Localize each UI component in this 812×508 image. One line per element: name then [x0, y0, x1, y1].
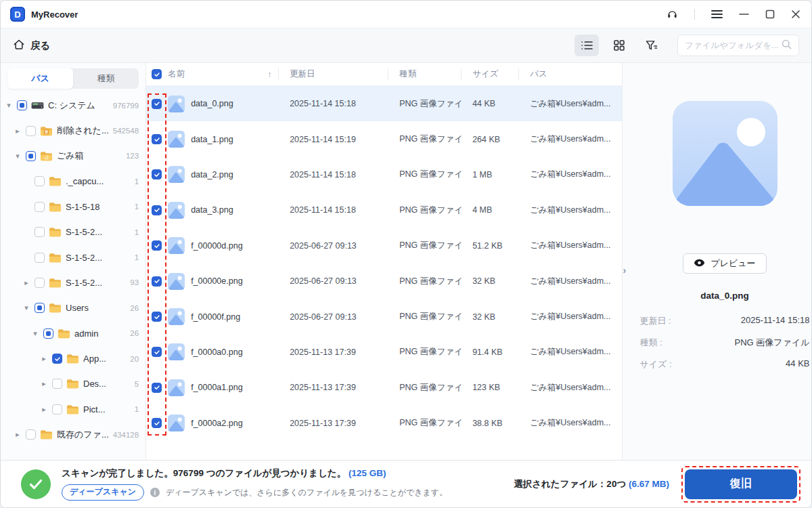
minimize-icon[interactable]	[739, 9, 749, 19]
tree-item[interactable]: ▸App...20	[1, 346, 145, 371]
table-row[interactable]: data_3.png2025-11-14 15:18PNG 画像ファイル4 MB…	[146, 192, 621, 228]
tree-item-count: 26	[130, 329, 139, 337]
row-checkbox[interactable]	[152, 240, 162, 251]
chevron-right-icon[interactable]: ▸	[14, 430, 22, 439]
table-row[interactable]: data_2.png2025-11-14 15:18PNG 画像ファイル1 MB…	[146, 157, 621, 192]
headset-support-icon[interactable]	[667, 9, 678, 20]
row-checkbox[interactable]	[152, 312, 162, 322]
select-all-checkbox[interactable]	[152, 69, 162, 79]
detail-row-date: 更新日 : 2025-11-14 15:18	[640, 315, 810, 327]
tree-item[interactable]: ▾Users26	[1, 295, 145, 320]
selection-label: 選択されたファイル：20つ	[514, 479, 626, 489]
menu-icon[interactable]	[711, 9, 723, 19]
row-checkbox[interactable]	[152, 418, 162, 428]
list-view-button[interactable]	[574, 35, 599, 56]
tree-checkbox[interactable]	[17, 100, 27, 110]
chevron-right-icon[interactable]: ▸	[14, 127, 22, 135]
file-date: 2025-06-27 09:13	[279, 241, 388, 251]
tree-checkbox[interactable]	[26, 429, 36, 440]
file-name-cell: f_00000e.png	[146, 273, 279, 290]
tree-checkbox[interactable]	[35, 202, 45, 212]
recover-button[interactable]: 復旧	[685, 469, 797, 499]
preview-button[interactable]: プレビュー	[683, 253, 766, 274]
row-checkbox[interactable]	[152, 99, 162, 109]
tree-item[interactable]: ▾admin26	[1, 321, 145, 346]
title-bar: D MyRecover	[1, 1, 811, 28]
sort-ascending-icon[interactable]: ↑	[267, 70, 271, 79]
collapse-panel-handle[interactable]: ›	[623, 265, 627, 276]
file-name: data_0.png	[191, 99, 233, 108]
column-header-size[interactable]: サイズ	[461, 68, 519, 81]
tab-path[interactable]: パス	[7, 68, 73, 89]
search-icon[interactable]	[782, 39, 792, 52]
table-row[interactable]: data_1.png2025-11-14 15:19PNG 画像ファイル264 …	[146, 121, 621, 156]
chevron-right-icon[interactable]: ▸	[22, 278, 30, 287]
row-checkbox[interactable]	[152, 134, 162, 144]
tree-item[interactable]: ▸Des...5	[1, 371, 145, 396]
chevron-right-icon[interactable]: ▸	[40, 379, 48, 388]
tree-checkbox[interactable]	[52, 404, 62, 415]
grid-view-button[interactable]	[607, 35, 631, 56]
folder-icon	[66, 354, 79, 364]
tree-item[interactable]: S-1-5-2...1	[1, 219, 145, 245]
chevron-down-icon[interactable]: ▾	[31, 329, 39, 338]
chevron-right-icon[interactable]: ▸	[40, 405, 48, 414]
partial-check-mark	[28, 154, 33, 158]
chevron-right-icon[interactable]: ▸	[40, 354, 48, 363]
tree-item[interactable]: ▸既存のファ...434128	[1, 422, 145, 447]
row-checkbox[interactable]	[152, 276, 162, 287]
tree-checkbox[interactable]	[43, 329, 53, 339]
chevron-down-icon[interactable]: ▾	[22, 303, 30, 312]
tree-item[interactable]: S-1-5-2...1	[1, 245, 145, 270]
table-row[interactable]: f_0000a1.png2025-11-13 17:39PNG 画像ファイル12…	[146, 370, 621, 405]
filter-button[interactable]	[639, 35, 664, 56]
tree-checkbox[interactable]	[35, 303, 45, 313]
tree-checkbox[interactable]	[35, 253, 45, 263]
row-checkbox[interactable]	[152, 347, 162, 357]
table-row[interactable]: f_0000a0.png2025-11-13 17:39PNG 画像ファイル91…	[146, 335, 621, 370]
chevron-down-icon[interactable]: ▾	[14, 152, 22, 161]
table-row[interactable]: data_0.png2025-11-14 15:18PNG 画像ファイル44 K…	[146, 86, 621, 121]
tree-item[interactable]: S-1-5-181	[1, 194, 145, 219]
tree-item-count: 5	[135, 380, 139, 388]
search-input[interactable]	[685, 41, 782, 50]
tree-checkbox[interactable]	[35, 176, 45, 186]
search-box	[677, 35, 799, 56]
tree-item[interactable]: ▸S-1-5-2...93	[1, 270, 145, 295]
column-header-date[interactable]: 更新日	[279, 68, 388, 81]
deep-scan-button[interactable]: ディープスキャン	[62, 484, 144, 501]
maximize-icon[interactable]	[765, 9, 775, 19]
row-checkbox[interactable]	[152, 205, 162, 215]
tab-type[interactable]: 種類	[73, 68, 139, 89]
tree-item[interactable]: ▸削除された...542548	[1, 118, 145, 143]
table-row[interactable]: f_0000a2.png2025-11-13 17:39PNG 画像ファイル38…	[146, 406, 621, 441]
tree-checkbox[interactable]	[26, 126, 36, 136]
row-checkbox[interactable]	[152, 383, 162, 393]
tree-checkbox[interactable]	[35, 278, 45, 288]
table-row[interactable]: f_00000d.png2025-06-27 09:13PNG 画像ファイル51…	[146, 228, 621, 263]
table-row[interactable]: f_00000e.png2025-06-27 09:13PNG 画像ファイル32…	[146, 263, 621, 299]
file-type: PNG 画像ファイル	[388, 382, 461, 394]
column-header-name[interactable]: 名前 ↑	[146, 68, 279, 81]
tree-checkbox[interactable]	[52, 354, 62, 364]
row-checkbox[interactable]	[152, 169, 162, 179]
chevron-down-icon[interactable]: ▾	[5, 101, 13, 110]
tree-item[interactable]: ▸Pict...1	[1, 397, 145, 422]
image-file-icon	[168, 237, 185, 254]
table-row[interactable]: f_00000f.png2025-06-27 09:13PNG 画像ファイル32…	[146, 299, 621, 334]
tree-item[interactable]: ▾C: システム976799	[1, 93, 145, 118]
tree-checkbox[interactable]	[35, 227, 45, 237]
scan-total-size-link[interactable]: (125 GB)	[348, 468, 386, 478]
tree-item[interactable]: ▾ごみ箱123	[1, 144, 145, 169]
folder-icon	[49, 303, 62, 313]
close-icon[interactable]	[791, 9, 800, 19]
column-label-type: 種類	[399, 68, 416, 80]
tree-checkbox[interactable]	[26, 151, 36, 161]
file-date: 2025-06-27 09:13	[279, 312, 388, 322]
tree-item-label: ._capcu...	[66, 176, 131, 186]
tree-checkbox[interactable]	[52, 379, 62, 389]
column-header-type[interactable]: 種類	[388, 68, 461, 81]
column-header-path[interactable]: パス	[519, 68, 621, 81]
tree-item[interactable]: ._capcu...1	[1, 169, 145, 194]
back-button[interactable]: 戻る	[13, 39, 50, 52]
